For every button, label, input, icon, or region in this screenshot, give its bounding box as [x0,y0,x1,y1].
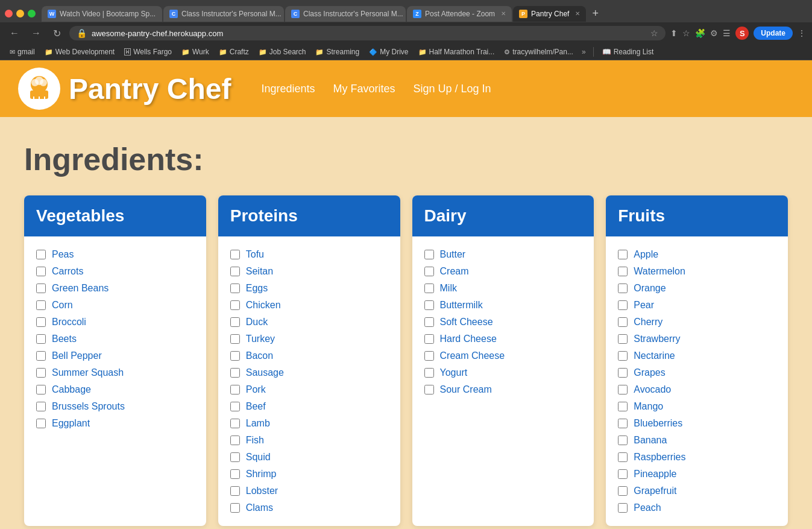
checkbox-proteins-13[interactable] [230,469,240,479]
bookmarks-overflow-button[interactable]: » [579,46,588,57]
checkbox-dairy-2[interactable] [424,284,434,293]
item-label-proteins-12[interactable]: Squid [246,452,271,463]
checkbox-fruits-4[interactable] [618,317,628,327]
checkbox-proteins-1[interactable] [230,267,240,276]
checkbox-fruits-0[interactable] [618,250,628,259]
address-bar[interactable] [92,29,646,38]
item-label-vegetables-3[interactable]: Corn [52,300,73,311]
checkbox-proteins-7[interactable] [230,368,240,378]
item-label-vegetables-8[interactable]: Cabbage [52,384,91,395]
item-label-fruits-8[interactable]: Avocado [634,384,671,395]
checkbox-fruits-5[interactable] [618,334,628,344]
star-bookmark-icon[interactable]: ☆ [682,28,690,38]
browser-tab-4[interactable]: Z Post Attendee - Zoom ✕ [407,6,512,22]
item-label-proteins-6[interactable]: Bacon [246,350,273,361]
close-traffic-light[interactable] [5,10,13,17]
reload-button[interactable]: ↻ [49,27,65,40]
bookmark-github[interactable]: ⚙ tracywilhelm/Pan... [500,46,577,57]
bookmark-wellsfargo[interactable]: 🅆 Wells Fargo [121,46,175,57]
item-label-vegetables-7[interactable]: Summer Squash [52,367,124,378]
bookmark-jobsearch[interactable]: 📁 Job Search [255,46,310,57]
update-button[interactable]: Update [754,27,793,40]
item-label-dairy-2[interactable]: Milk [440,283,457,294]
browser-tab-2[interactable]: C Class Instructor's Personal M... ✕ [163,6,284,22]
checkbox-dairy-0[interactable] [424,250,434,259]
checkbox-fruits-15[interactable] [618,503,628,513]
item-label-dairy-6[interactable]: Cream Cheese [440,350,505,361]
item-label-proteins-8[interactable]: Pork [246,384,266,395]
checkbox-dairy-6[interactable] [424,351,434,361]
settings-icon[interactable]: ⚙ [710,28,718,38]
tab-close-1[interactable]: ✕ [162,10,162,17]
checkbox-proteins-14[interactable] [230,486,240,496]
menu-icon[interactable]: ⋮ [798,28,806,38]
item-label-fruits-9[interactable]: Mango [634,401,663,412]
item-label-fruits-11[interactable]: Banana [634,435,667,446]
checkbox-vegetables-0[interactable] [36,250,46,259]
item-label-proteins-9[interactable]: Beef [246,401,266,412]
item-label-fruits-0[interactable]: Apple [634,249,658,260]
checkbox-vegetables-8[interactable] [36,385,46,394]
item-label-dairy-3[interactable]: Buttermilk [440,300,483,311]
item-label-vegetables-5[interactable]: Beets [52,334,77,344]
item-label-dairy-1[interactable]: Cream [440,266,469,277]
item-label-dairy-8[interactable]: Sour Cream [440,384,492,395]
bookmark-wurk[interactable]: 📁 Wurk [178,46,213,57]
checkbox-proteins-15[interactable] [230,503,240,513]
new-tab-button[interactable]: + [587,5,603,22]
checkbox-fruits-7[interactable] [618,368,628,378]
sidebar-icon[interactable]: ☰ [723,28,731,38]
item-label-vegetables-6[interactable]: Bell Pepper [52,350,102,361]
checkbox-proteins-8[interactable] [230,385,240,394]
bookmark-halfmarathon[interactable]: 📁 Half Marathon Trai... [415,46,499,57]
nav-ingredients[interactable]: Ingredients [261,83,315,95]
browser-tab-3[interactable]: C Class Instructor's Personal M... ✕ [285,6,406,22]
nav-favorites[interactable]: My Favorites [333,83,395,95]
item-label-proteins-1[interactable]: Seitan [246,266,273,277]
item-label-fruits-14[interactable]: Grapefruit [634,486,676,496]
item-label-vegetables-1[interactable]: Carrots [52,266,83,277]
item-label-proteins-0[interactable]: Tofu [246,249,264,260]
item-label-proteins-2[interactable]: Eggs [246,283,268,294]
checkbox-fruits-9[interactable] [618,402,628,411]
item-label-vegetables-10[interactable]: Eggplant [52,418,90,429]
item-label-proteins-10[interactable]: Lamb [246,418,270,429]
item-label-proteins-13[interactable]: Shrimp [246,469,277,480]
forward-button[interactable]: → [28,27,45,40]
checkbox-fruits-8[interactable] [618,385,628,394]
checkbox-vegetables-10[interactable] [36,419,46,428]
item-label-vegetables-2[interactable]: Green Beans [52,283,109,294]
item-label-fruits-1[interactable]: Watermelon [634,266,685,277]
checkbox-dairy-3[interactable] [424,300,434,310]
item-label-proteins-7[interactable]: Sausage [246,367,284,378]
checkbox-dairy-8[interactable] [424,385,434,394]
extensions-icon[interactable]: 🧩 [695,28,705,38]
checkbox-vegetables-9[interactable] [36,402,46,411]
nav-signup[interactable]: Sign Up / Log In [413,83,491,95]
tab-close-4[interactable]: ✕ [501,10,506,17]
star-icon[interactable]: ☆ [650,28,658,38]
checkbox-vegetables-1[interactable] [36,267,46,276]
checkbox-proteins-0[interactable] [230,250,240,259]
item-label-proteins-4[interactable]: Duck [246,317,268,328]
item-label-fruits-10[interactable]: Blueberries [634,418,682,429]
item-label-proteins-3[interactable]: Chicken [246,300,281,311]
item-label-dairy-4[interactable]: Soft Cheese [440,317,493,328]
item-label-proteins-5[interactable]: Turkey [246,334,275,344]
item-label-vegetables-9[interactable]: Brussels Sprouts [52,401,125,412]
item-label-proteins-15[interactable]: Clams [246,502,273,513]
checkbox-proteins-10[interactable] [230,419,240,428]
checkbox-proteins-9[interactable] [230,402,240,411]
checkbox-vegetables-7[interactable] [36,368,46,378]
checkbox-fruits-13[interactable] [618,469,628,479]
checkbox-dairy-5[interactable] [424,334,434,344]
item-label-fruits-5[interactable]: Strawberry [634,334,680,344]
checkbox-fruits-3[interactable] [618,300,628,310]
checkbox-vegetables-5[interactable] [36,334,46,344]
item-label-fruits-2[interactable]: Orange [634,283,666,294]
item-label-dairy-7[interactable]: Yogurt [440,367,468,378]
fullscreen-traffic-light[interactable] [28,10,36,17]
item-label-dairy-0[interactable]: Butter [440,249,466,260]
checkbox-dairy-4[interactable] [424,317,434,327]
checkbox-proteins-11[interactable] [230,436,240,445]
